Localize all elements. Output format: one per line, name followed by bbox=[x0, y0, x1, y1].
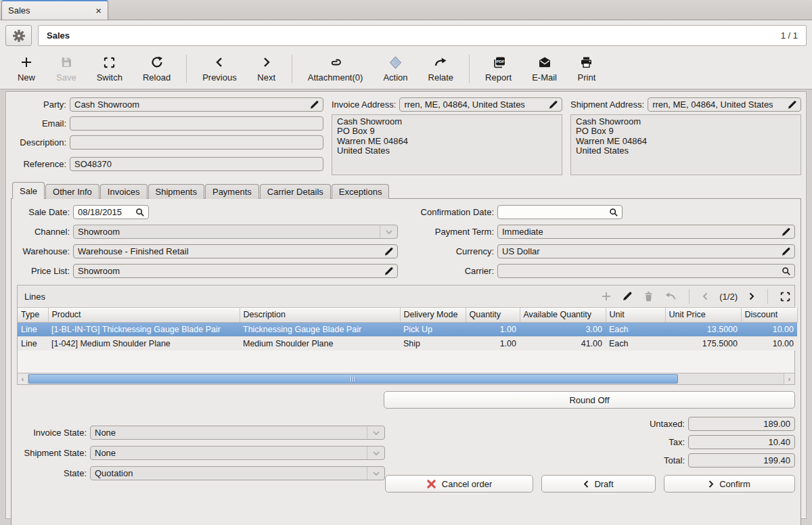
scrollbar-track[interactable] bbox=[28, 373, 784, 384]
warehouse-field[interactable]: Warehouse - Finished Retail bbox=[73, 244, 398, 258]
menu-gear-button[interactable] bbox=[5, 25, 32, 46]
shipment-state-select[interactable]: None bbox=[90, 446, 385, 460]
lines-previous-icon[interactable] bbox=[702, 292, 708, 300]
add-line-icon[interactable] bbox=[602, 292, 611, 301]
delete-line-icon[interactable] bbox=[644, 291, 654, 302]
save-icon bbox=[60, 55, 72, 70]
search-icon[interactable] bbox=[609, 208, 618, 217]
description-field[interactable] bbox=[70, 135, 323, 150]
previous-button[interactable]: Previous bbox=[192, 53, 247, 84]
col-type[interactable]: Type bbox=[18, 308, 48, 322]
switch-button[interactable]: Switch bbox=[87, 53, 133, 84]
pencil-icon[interactable] bbox=[384, 266, 394, 276]
payment-term-field[interactable]: Immediate bbox=[497, 225, 795, 239]
expand-lines-icon[interactable] bbox=[780, 292, 790, 302]
chevron-down-icon bbox=[367, 426, 384, 439]
chevron-left-icon bbox=[583, 480, 589, 488]
shipment-address-field[interactable]: rren, ME, 04864, United States bbox=[648, 97, 801, 112]
warehouse-label: Warehouse: bbox=[17, 246, 70, 256]
switch-view-icon bbox=[104, 55, 115, 70]
print-button[interactable]: Print bbox=[567, 53, 606, 84]
reference-field[interactable]: SO48370 bbox=[70, 157, 323, 171]
col-unit-price[interactable]: Unit Price bbox=[665, 308, 741, 322]
scrollbar-thumb[interactable] bbox=[28, 374, 678, 384]
tab-invoices[interactable]: Invoices bbox=[100, 184, 148, 199]
tab-payments[interactable]: Payments bbox=[205, 184, 259, 199]
shipment-address-text: Cash Showroom PO Box 9 Warren ME 04864 U… bbox=[570, 114, 801, 175]
invoice-address-field[interactable]: rren, ME, 04864, United States bbox=[399, 97, 562, 112]
currency-field[interactable]: US Dollar bbox=[497, 244, 795, 258]
relate-arrow-icon bbox=[434, 55, 447, 70]
window-tab-label: Sales bbox=[8, 5, 91, 16]
plus-icon bbox=[20, 55, 32, 70]
toolbar-separator bbox=[469, 55, 470, 83]
cancel-order-button[interactable]: Cancel order bbox=[385, 475, 533, 493]
pencil-icon[interactable] bbox=[309, 99, 319, 110]
relate-button[interactable]: Relate bbox=[418, 53, 464, 84]
horizontal-scrollbar[interactable]: ‹ › bbox=[18, 373, 794, 384]
invoice-address-text: Cash Showroom PO Box 9 Warren ME 04864 U… bbox=[332, 114, 562, 175]
close-icon[interactable]: × bbox=[95, 5, 102, 16]
edit-line-icon[interactable] bbox=[622, 291, 633, 302]
new-button[interactable]: New bbox=[7, 53, 46, 84]
lines-next-icon[interactable] bbox=[748, 292, 755, 300]
lines-toolbar-separator bbox=[689, 289, 690, 304]
report-button[interactable]: PDF Report bbox=[475, 53, 522, 84]
confirm-button[interactable]: Confirm bbox=[664, 475, 795, 493]
email-button[interactable]: E-Mail bbox=[522, 53, 567, 84]
pencil-icon[interactable] bbox=[548, 99, 558, 110]
party-field[interactable]: Cash Showroom bbox=[70, 97, 323, 112]
search-icon[interactable] bbox=[135, 208, 145, 217]
sale-date-field[interactable]: 08/18/2015 bbox=[73, 205, 149, 219]
notebook-tabs: Sale Other Info Invoices Shipments Payme… bbox=[11, 182, 801, 199]
action-button[interactable]: Action bbox=[373, 53, 418, 84]
col-unit[interactable]: Unit bbox=[606, 308, 665, 322]
next-button[interactable]: Next bbox=[247, 53, 286, 84]
tab-exceptions[interactable]: Exceptions bbox=[332, 184, 390, 199]
col-quantity[interactable]: Quantity bbox=[466, 308, 520, 322]
email-field[interactable] bbox=[70, 116, 323, 131]
tab-shipments[interactable]: Shipments bbox=[148, 184, 204, 199]
col-product[interactable]: Product bbox=[48, 308, 240, 322]
col-delivery-mode[interactable]: Delivery Mode bbox=[400, 308, 466, 322]
table-row[interactable]: Line [1-BL-IN-TG] Thicknessing Gauge Bla… bbox=[18, 322, 797, 336]
window-tab-strip: Sales × bbox=[0, 0, 812, 20]
invoice-state-label: Invoice State: bbox=[17, 428, 87, 438]
pencil-icon[interactable] bbox=[781, 246, 791, 256]
chevron-down-icon bbox=[367, 447, 384, 459]
invoice-state-select[interactable]: None bbox=[90, 426, 385, 440]
confirmation-date-field[interactable] bbox=[497, 205, 623, 219]
pencil-icon[interactable] bbox=[384, 246, 394, 256]
state-select[interactable]: Quotation bbox=[90, 466, 385, 480]
tab-carrier-details[interactable]: Carrier Details bbox=[260, 184, 331, 199]
window-tab-sales[interactable]: Sales × bbox=[1, 0, 108, 20]
tab-sale[interactable]: Sale bbox=[12, 182, 45, 199]
scroll-left-arrow[interactable]: ‹ bbox=[18, 373, 28, 384]
col-available-quantity[interactable]: Available Quantity bbox=[520, 308, 606, 322]
chevron-down-icon bbox=[367, 467, 384, 480]
reload-button[interactable]: Reload bbox=[133, 53, 181, 84]
untaxed-label: Untaxed: bbox=[650, 419, 685, 429]
undo-line-icon[interactable] bbox=[664, 292, 677, 301]
states-column: Invoice State: None Shipment State: None bbox=[17, 426, 385, 493]
col-description[interactable]: Description bbox=[240, 308, 400, 322]
invoice-address-label: Invoice Address: bbox=[332, 99, 396, 110]
channel-select[interactable]: Showroom bbox=[73, 225, 398, 239]
attachment-button[interactable]: Attachment(0) bbox=[298, 53, 374, 84]
pencil-icon[interactable] bbox=[787, 99, 797, 110]
carrier-field[interactable] bbox=[497, 264, 795, 278]
sale-tab-page: Sale Date: 08/18/2015 Confirmation Date: bbox=[11, 198, 801, 525]
scroll-right-arrow[interactable]: › bbox=[784, 373, 794, 384]
save-button[interactable]: Save bbox=[46, 53, 87, 84]
tab-other-info[interactable]: Other Info bbox=[45, 184, 99, 199]
draft-button[interactable]: Draft bbox=[541, 475, 656, 493]
price-list-field[interactable]: Showroom bbox=[73, 264, 398, 278]
round-off-button[interactable]: Round Off bbox=[384, 391, 795, 409]
col-discount[interactable]: Discount bbox=[741, 308, 797, 322]
action-diamond-icon bbox=[389, 55, 402, 70]
table-row[interactable]: Line [1-042] Medium Shoulder Plane Mediu… bbox=[18, 336, 797, 350]
lines-header-row[interactable]: Type Product Description Delivery Mode Q… bbox=[18, 308, 797, 322]
confirmation-date-label: Confirmation Date: bbox=[414, 207, 494, 217]
search-icon[interactable] bbox=[782, 267, 791, 276]
pencil-icon[interactable] bbox=[781, 227, 791, 237]
